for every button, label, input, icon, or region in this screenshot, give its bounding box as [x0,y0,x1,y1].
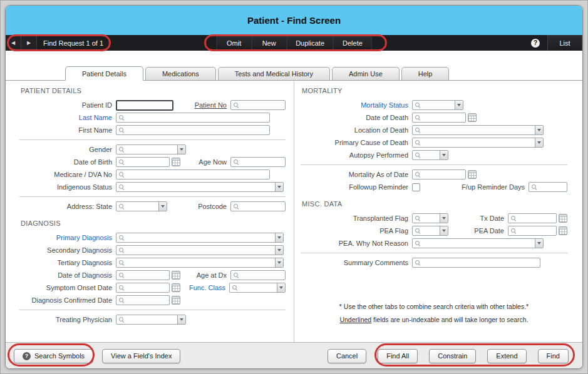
fup-reminder-days-field[interactable] [529,182,567,192]
last-name-label[interactable]: Last Name [19,114,112,121]
dropdown-chevron-icon[interactable] [455,101,463,109]
secondary-diagnosis-field[interactable] [116,245,284,255]
pea-why-not-reason-field[interactable] [412,238,544,248]
indigenous-status-field[interactable] [116,182,284,192]
tab-tests-medical-history[interactable]: Tests and Medical History [218,67,330,80]
patient-id-input[interactable] [116,100,173,111]
location-of-death-field[interactable] [412,125,544,135]
autopsy-performed-field[interactable] [412,150,448,160]
mortality-status-label[interactable]: Mortality Status [301,101,408,109]
gender-field[interactable] [116,144,186,154]
dropdown-chevron-icon[interactable] [535,239,543,248]
new-button[interactable]: New [251,35,286,51]
calendar-icon[interactable] [172,271,180,280]
secondary-diagnosis-label: Secondary Diagnosis [19,246,112,254]
cancel-button[interactable]: Cancel [328,349,366,363]
row-right-pair: F/up Reminder Days [462,182,567,192]
symptom-onset-date-label: Symptom Onset Date [19,284,112,291]
search-icon [118,203,125,210]
search-icon [118,235,125,241]
symptom-onset-date-field[interactable] [116,283,170,293]
dropdown-chevron-icon[interactable] [277,283,285,292]
calendar-icon[interactable] [172,158,180,166]
help-icon[interactable]: ? [531,39,540,48]
dropdown-chevron-icon[interactable] [440,214,448,223]
form-row: Medicare / DVA No [19,169,286,179]
first-name-field[interactable] [116,125,270,135]
calendar-icon[interactable] [468,170,477,179]
note-underlined-fields: Underlined fields are un-indexable and w… [301,316,567,323]
list-view-button[interactable]: List [547,35,582,51]
find-all-button[interactable]: Find All [378,349,418,363]
dropdown-chevron-icon[interactable] [440,226,448,235]
find-form-content: PATIENT DETAILSPatient IDPatient NoLast … [6,81,582,342]
constrain-button[interactable]: Constrain [429,349,476,363]
pea-flag-field[interactable] [412,226,448,236]
primary-diagnosis-label[interactable]: Primary Diagnosis [19,234,112,241]
calendar-icon[interactable] [559,226,567,235]
dropdown-chevron-icon[interactable] [158,202,167,211]
address-state-field[interactable] [116,201,167,211]
primary-diagnosis-field[interactable] [116,233,284,243]
transplanted-flag-field[interactable] [412,213,448,223]
search-icon [233,203,239,210]
tab-admin-use[interactable]: Admin Use [332,67,400,80]
func-class-label[interactable]: Func. Class [189,284,225,291]
tab-help[interactable]: Help [401,67,450,80]
last-name-field[interactable] [116,113,270,123]
divider-line [19,139,286,140]
search-icon [118,260,125,266]
calendar-icon[interactable] [172,283,180,292]
dropdown-chevron-icon[interactable] [275,233,283,242]
view-fields-index-button[interactable]: View a Field's Index [102,349,180,363]
right-arrow-icon: ▶ [27,40,31,46]
medicare-dva-no-field[interactable] [116,169,270,179]
dropdown-chevron-icon[interactable] [440,151,448,159]
toolbar-actions: Omit New Duplicate Delete [216,35,372,51]
tabs-area: Patient Details Medications Tests and Me… [6,51,582,81]
search-symbols-button[interactable]: ?Search Symbols [14,349,93,363]
func-class-field[interactable] [229,283,286,293]
dropdown-chevron-icon[interactable] [177,315,185,324]
calendar-icon[interactable] [468,113,477,122]
find-button[interactable]: Find [538,349,569,363]
calendar-icon[interactable] [172,296,180,305]
date-of-diagnosis-field[interactable] [116,270,170,280]
chevron-glyph [442,230,446,232]
tx-date-field[interactable] [508,213,557,223]
treating-physician-field[interactable] [116,315,186,325]
postcode-field[interactable] [230,201,286,211]
omit-button[interactable]: Omit [216,35,251,51]
tab-medications[interactable]: Medications [145,67,216,80]
primary-cause-of-death-field[interactable] [412,138,544,148]
age-at-dx-field[interactable] [230,270,286,280]
dropdown-chevron-icon[interactable] [275,258,283,267]
date-of-death-field[interactable] [412,113,466,123]
dropdown-chevron-icon[interactable] [275,183,283,191]
calendar-icon[interactable] [559,214,567,223]
extend-button[interactable]: Extend [487,349,526,363]
summary-comments-field[interactable] [412,258,540,268]
followup-reminder-checkbox[interactable] [412,183,420,191]
dropdown-chevron-icon[interactable] [535,126,543,134]
dropdown-chevron-icon[interactable] [535,138,543,147]
delete-button[interactable]: Delete [333,35,372,51]
duplicate-button[interactable]: Duplicate [286,35,333,51]
age-now-field[interactable] [230,157,286,167]
mortality-as-of-date-field[interactable] [412,169,466,179]
chevron-glyph [457,104,461,106]
tertiary-diagnosis-field[interactable] [116,258,284,268]
postcode-control [230,201,286,211]
dropdown-chevron-icon[interactable] [275,246,283,255]
left-column: PATIENT DETAILSPatient IDPatient NoLast … [6,81,294,342]
mortality-status-field[interactable] [412,100,463,110]
pea-date-field[interactable] [508,226,557,236]
patient-no-field[interactable] [230,100,286,110]
tab-patient-details[interactable]: Patient Details [65,66,143,81]
diagnosis-confirmed-date-field[interactable] [116,295,170,305]
previous-request-button[interactable]: ◀ [6,35,21,51]
date-of-birth-field[interactable] [116,157,170,167]
dropdown-chevron-icon[interactable] [177,145,185,154]
next-request-button[interactable]: ▶ [21,35,37,51]
question-icon: ? [23,352,31,360]
